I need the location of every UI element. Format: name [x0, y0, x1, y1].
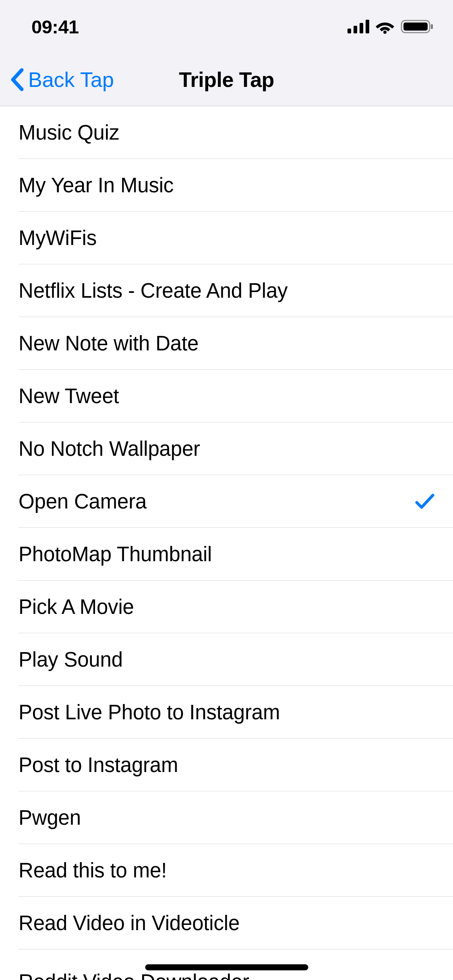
list-item[interactable]: Pick A Movie: [0, 581, 453, 633]
svg-rect-6: [403, 23, 428, 31]
list-item[interactable]: Post Live Photo to Instagram: [0, 686, 453, 739]
list-item[interactable]: MyWiFis: [0, 212, 453, 264]
list-item-label: New Tweet: [19, 384, 119, 408]
list-item-label: Music Quiz: [19, 121, 119, 144]
svg-rect-0: [348, 29, 351, 33]
list-item[interactable]: Netflix Lists - Create And Play: [0, 264, 453, 317]
list-item-label: Post Live Photo to Instagram: [19, 700, 280, 724]
status-bar: 09:41: [0, 0, 453, 53]
list-item[interactable]: My Year In Music: [0, 159, 453, 212]
svg-point-4: [383, 31, 387, 34]
list-item-label: MyWiFis: [19, 226, 97, 250]
svg-rect-2: [360, 23, 363, 33]
checkmark-icon: [415, 493, 434, 511]
navigation-bar: Back Tap Triple Tap: [0, 53, 453, 106]
list-item-label: My Year In Music: [19, 173, 174, 197]
svg-rect-3: [366, 20, 369, 33]
list-item[interactable]: Read Video in Videoticle: [0, 897, 453, 949]
list-item[interactable]: New Tweet: [0, 370, 453, 422]
list-item-label: Open Camera: [19, 490, 147, 513]
list-item-label: Read this to me!: [19, 859, 167, 882]
list-item[interactable]: New Note with Date: [0, 317, 453, 370]
chevron-left-icon: [10, 68, 24, 92]
list-item[interactable]: Music Quiz: [0, 106, 453, 159]
list-item-label: Post to Instagram: [19, 753, 178, 777]
home-indicator[interactable]: [145, 964, 308, 970]
status-icons-group: [348, 19, 434, 34]
svg-rect-1: [354, 26, 357, 33]
list-item[interactable]: PhotoMap Thumbnail: [0, 528, 453, 581]
wifi-icon: [375, 19, 395, 34]
list-item[interactable]: Post to Instagram: [0, 739, 453, 791]
list-item-label: Play Sound: [19, 648, 123, 671]
battery-icon: [401, 19, 434, 34]
list-item-label: Reddit Video Downloader: [19, 970, 249, 980]
list-item-label: Netflix Lists - Create And Play: [19, 279, 288, 303]
cellular-signal-icon: [348, 20, 369, 33]
svg-rect-7: [431, 24, 433, 29]
status-time: 09:41: [31, 16, 79, 38]
list-item-label: No Notch Wallpaper: [19, 437, 200, 461]
back-label: Back Tap: [28, 68, 114, 92]
list-item-label: PhotoMap Thumbnail: [19, 542, 212, 566]
back-button[interactable]: Back Tap: [10, 68, 114, 92]
list-item[interactable]: Play Sound: [0, 633, 453, 686]
list-item-label: Pick A Movie: [19, 595, 134, 619]
list-item[interactable]: No Notch Wallpaper: [0, 422, 453, 475]
options-list[interactable]: Music QuizMy Year In MusicMyWiFisNetflix…: [0, 106, 453, 980]
list-item[interactable]: Pwgen: [0, 791, 453, 844]
list-item[interactable]: Read this to me!: [0, 844, 453, 897]
list-item-label: Read Video in Videoticle: [19, 911, 240, 935]
list-item-label: New Note with Date: [19, 331, 199, 355]
list-item[interactable]: Open Camera: [0, 475, 453, 528]
list-item-label: Pwgen: [19, 806, 81, 830]
